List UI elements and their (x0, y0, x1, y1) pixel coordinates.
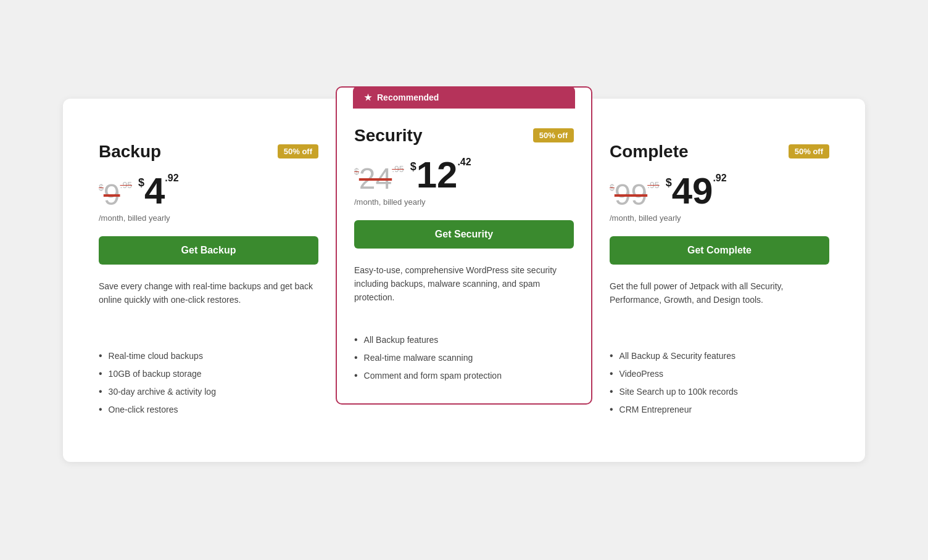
original-currency: $ (610, 183, 615, 192)
feature-item: Real-time malware scanning (354, 349, 574, 367)
discount-badge: 50% off (278, 144, 318, 159)
sale-amount: 4 (144, 173, 165, 210)
features-list: Real-time cloud backups10GB of backup st… (99, 347, 318, 419)
original-cents: .95 (392, 164, 404, 174)
features-list: All Backup featuresReal-time malware sca… (354, 331, 574, 385)
featured-badge-label: Recommended (377, 93, 439, 102)
sale-currency: $ (138, 176, 144, 189)
original-amount: 99 (615, 180, 647, 210)
cta-button-complete[interactable]: Get Complete (610, 236, 829, 265)
price-row: $ 24 .95 $ 12 .42 (354, 157, 574, 194)
plan-name: Security (354, 126, 423, 146)
discount-badge: 50% off (789, 144, 829, 159)
sale-cents: .42 (457, 157, 471, 168)
original-price: $ 9 .95 (99, 180, 132, 210)
original-currency: $ (354, 167, 359, 176)
feature-item: One-click restores (99, 401, 318, 419)
feature-item: All Backup & Security features (610, 347, 829, 365)
feature-item: Comment and form spam protection (354, 367, 574, 385)
pricing-container: Backup 50% off $ 9 .95 $ 4 .92 /month, (63, 99, 865, 462)
plan-card-security: ★ Recommended Security 50% off $ 24 .95 (336, 86, 592, 405)
sale-amount: 49 (672, 173, 713, 210)
billing-period: /month, billed yearly (354, 197, 574, 207)
feature-item: Real-time cloud backups (99, 347, 318, 365)
featured-badge: ★ Recommended (353, 86, 575, 109)
plan-header: Security 50% off (354, 126, 574, 146)
sale-cents: .92 (713, 173, 726, 184)
plan-description: Get the full power of Jetpack with all S… (610, 279, 829, 329)
plan-description: Save every change with real-time backups… (99, 279, 318, 329)
plan-card-backup: Backup 50% off $ 9 .95 $ 4 .92 /month, (81, 123, 336, 437)
plan-header: Complete 50% off (610, 142, 829, 162)
sale-amount: 12 (416, 157, 458, 194)
feature-item: CRM Entrepreneur (610, 401, 829, 419)
price-row: $ 99 .95 $ 49 .92 (610, 173, 829, 210)
plan-card-complete: Complete 50% off $ 99 .95 $ 49 .92 /mon (592, 123, 847, 437)
sale-price: $ 4 .92 (138, 173, 179, 210)
original-price: $ 24 .95 (354, 164, 404, 194)
plan-description: Easy-to-use, comprehensive WordPress sit… (354, 263, 574, 313)
plan-name: Complete (610, 142, 689, 162)
original-cents: .95 (647, 180, 659, 190)
discount-badge: 50% off (533, 128, 574, 142)
original-cents: .95 (120, 180, 132, 190)
plan-header: Backup 50% off (99, 142, 318, 162)
cta-button-backup[interactable]: Get Backup (99, 236, 318, 265)
cta-button-security[interactable]: Get Security (354, 220, 574, 249)
sale-price: $ 49 .92 (666, 173, 727, 210)
feature-item: Site Search up to 100k records (610, 383, 829, 401)
feature-item: All Backup features (354, 331, 574, 349)
feature-item: 30-day archive & activity log (99, 383, 318, 401)
sale-cents: .92 (165, 173, 178, 184)
sale-currency: $ (666, 176, 672, 189)
feature-item: VideoPress (610, 365, 829, 383)
original-currency: $ (99, 183, 104, 192)
billing-period: /month, billed yearly (99, 213, 318, 223)
price-row: $ 9 .95 $ 4 .92 (99, 173, 318, 210)
feature-item: 10GB of backup storage (99, 365, 318, 383)
star-icon: ★ (364, 93, 372, 102)
original-price: $ 99 .95 (610, 180, 660, 210)
sale-currency: $ (410, 160, 416, 173)
original-amount: 24 (359, 164, 392, 194)
features-list: All Backup & Security featuresVideoPress… (610, 347, 829, 419)
billing-period: /month, billed yearly (610, 213, 829, 223)
original-amount: 9 (104, 180, 120, 210)
plan-name: Backup (99, 142, 161, 162)
sale-price: $ 12 .42 (410, 157, 471, 194)
